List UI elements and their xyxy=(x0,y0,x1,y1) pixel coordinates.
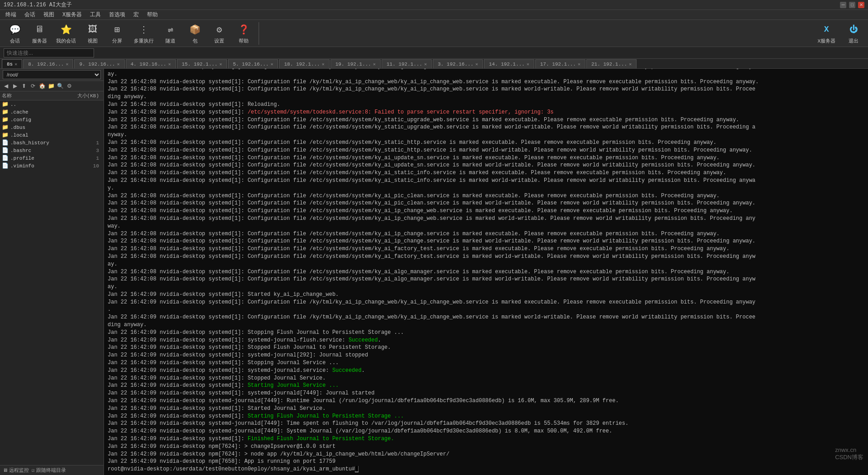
tab-0[interactable]: 8s✕ xyxy=(2,59,22,68)
nav-home-button[interactable]: 🏠 xyxy=(38,82,46,90)
tab-close-10[interactable]: ✕ xyxy=(527,62,529,67)
tab-7[interactable]: 19. 192.1...✕ xyxy=(330,59,381,68)
term-line-25: Jan 22 16:42:08 nvidia-desktop systemd[1… xyxy=(108,215,864,223)
toolbar-item-服务器[interactable]: 🖥服务器 xyxy=(28,20,51,46)
file-name-4: .local xyxy=(10,133,73,138)
toolbar-right-label-退出: 退出 xyxy=(849,38,859,44)
close-button[interactable]: ✕ xyxy=(858,2,864,8)
menu-item-宏[interactable]: 宏 xyxy=(130,10,142,19)
file-item-8[interactable]: 📄.viminfo10 xyxy=(0,162,104,170)
term-line-11: Jan 22 16:42:08 nvidia-desktop systemd[1… xyxy=(108,109,864,116)
minimize-button[interactable]: ─ xyxy=(840,2,846,8)
follow-terminal-button[interactable]: ☑ 跟随终端目录 xyxy=(32,467,66,474)
toolbar-item-多重执行[interactable]: ⋮多重执行 xyxy=(130,20,157,46)
toolbar-right-退出[interactable]: ⏻退出 xyxy=(843,20,864,46)
toolbar-item-帮助[interactable]: ❓帮助 xyxy=(232,20,255,46)
tab-5[interactable]: 5. 192.16...✕ xyxy=(228,59,278,68)
tab-close-0[interactable]: ✕ xyxy=(14,62,17,67)
tab-10[interactable]: 14. 192.1...✕ xyxy=(484,59,534,68)
tab-9[interactable]: 3. 192.16...✕ xyxy=(433,59,483,68)
tab-close-4[interactable]: ✕ xyxy=(219,62,222,67)
tab-close-12[interactable]: ✕ xyxy=(629,62,632,67)
file-icon-0: 📁 xyxy=(2,101,9,108)
main-layout: /root/ ◀ ▶ ⬆ ⟳ 🏠 📁 🔍 ⚙ 名称 大小(KB) 📁..📁.ca… xyxy=(0,69,868,475)
toolbar-label-视图: 视图 xyxy=(88,38,98,44)
toolbar-item-分屏[interactable]: ⊞分屏 xyxy=(106,20,128,46)
file-item-5[interactable]: 📄.bash_history1 xyxy=(0,139,104,147)
file-name-5: .bash_history xyxy=(10,140,73,146)
file-name-7: .profile xyxy=(10,156,73,161)
remote-monitor-button[interactable]: 🖥 远程监控 xyxy=(3,467,29,474)
toolbar-item-会话[interactable]: 💬会话 xyxy=(4,20,26,46)
tab-label-12: 21. 192.1... xyxy=(591,62,627,67)
term-line-8: Jan 22 16:42:08 nvidia-desktop systemd[1… xyxy=(108,86,864,93)
tab-close-9[interactable]: ✕ xyxy=(475,62,478,67)
path-select[interactable]: /root/ xyxy=(3,70,101,79)
tab-label-2: 9. 192.16... xyxy=(79,62,115,67)
nav-forward-button[interactable]: ▶ xyxy=(11,82,19,90)
tab-1[interactable]: 8. 192.16...✕ xyxy=(23,59,73,68)
tab-3[interactable]: 4. 192.16...✕ xyxy=(126,59,176,68)
nav-folder-button[interactable]: 📁 xyxy=(47,82,55,90)
menu-item-会话[interactable]: 会话 xyxy=(21,10,39,19)
title-bar: 192.168.1.216 AI大盒子 ─ □ ✕ xyxy=(0,0,868,10)
tab-close-2[interactable]: ✕ xyxy=(117,62,120,67)
menu-item-首选项[interactable]: 首选项 xyxy=(105,10,129,19)
file-item-7[interactable]: 📄.profile1 xyxy=(0,154,104,162)
tab-close-7[interactable]: ✕ xyxy=(373,62,376,67)
toolbar-label-隧道: 隧道 xyxy=(165,38,175,44)
file-name-8: .viminfo xyxy=(10,163,73,169)
nav-up-button[interactable]: ⬆ xyxy=(20,82,28,90)
menu-item-视图[interactable]: 视图 xyxy=(40,10,58,19)
term-line-28: Jan 22 16:42:08 nvidia-desktop systemd[1… xyxy=(108,238,864,245)
file-item-3[interactable]: 📁.dbus xyxy=(0,124,104,131)
menu-item-X服务器[interactable]: X服务器 xyxy=(59,10,85,19)
nav-settings-button[interactable]: ⚙ xyxy=(65,82,73,90)
term-line-14: nyway. xyxy=(108,131,864,139)
toolbar-item-视图[interactable]: 🖼视图 xyxy=(81,20,104,46)
file-item-4[interactable]: 📁.local xyxy=(0,131,104,139)
tab-close-5[interactable]: ✕ xyxy=(270,62,273,67)
tab-6[interactable]: 18. 192.1...✕ xyxy=(279,59,329,68)
nav-back-button[interactable]: ◀ xyxy=(2,82,10,90)
tab-bar: 8s✕8. 192.16...✕9. 192.16...✕4. 192.16..… xyxy=(0,59,868,69)
tab-close-6[interactable]: ✕ xyxy=(322,62,325,67)
file-item-2[interactable]: 📁.config xyxy=(0,116,104,124)
menu-item-帮助[interactable]: 帮助 xyxy=(143,10,161,19)
toolbar-item-隧道[interactable]: ⇌隧道 xyxy=(159,20,182,46)
maximize-button[interactable]: □ xyxy=(849,2,855,8)
toolbar-label-多重执行: 多重执行 xyxy=(134,38,154,44)
menu-item-终端[interactable]: 终端 xyxy=(2,10,20,19)
toolbar-label-分屏: 分屏 xyxy=(112,38,122,44)
tab-2[interactable]: 9. 192.16...✕ xyxy=(74,59,124,68)
file-item-0[interactable]: 📁.. xyxy=(0,100,104,108)
terminal-content[interactable]: Jan 22 16:42:08 nvidia-desktop systemd[1… xyxy=(104,69,868,475)
toolbar-item-包[interactable]: 📦包 xyxy=(184,20,206,46)
tab-11[interactable]: 17. 192.1...✕ xyxy=(535,59,585,68)
remote-monitor-label: 远程监控 xyxy=(9,467,29,474)
file-size-5: 1 xyxy=(75,140,102,146)
term-line-26: way. xyxy=(108,223,864,230)
term-line-58: root@nvidia-desktop:/userdata/test0nebut… xyxy=(108,466,864,473)
toolbar-item-设置[interactable]: ⚙设置 xyxy=(208,20,231,46)
tab-close-3[interactable]: ✕ xyxy=(168,62,171,67)
term-line-17: Jan 22 16:42:08 nvidia-desktop systemd[1… xyxy=(108,154,864,162)
tab-label-6: 18. 192.1... xyxy=(284,62,320,67)
tab-4[interactable]: 15. 192.1...✕ xyxy=(177,59,227,68)
quick-connect-input[interactable] xyxy=(4,48,94,57)
toolbar-right-X服务器[interactable]: XX服务器 xyxy=(814,20,839,46)
tab-close-1[interactable]: ✕ xyxy=(66,62,68,67)
toolbar-item-我的会话[interactable]: ⭐我的会话 xyxy=(52,20,80,46)
nav-refresh-button[interactable]: ⟳ xyxy=(29,82,37,90)
file-name-1: .cache xyxy=(10,109,73,115)
file-item-1[interactable]: 📁.cache xyxy=(0,108,104,116)
term-line-53: Jan 22 16:42:09 nvidia-desktop systemd-j… xyxy=(108,428,864,435)
tab-close-11[interactable]: ✕ xyxy=(578,62,580,67)
tab-close-8[interactable]: ✕ xyxy=(424,62,427,67)
watermark: znwx.cn CSDN博客 xyxy=(835,446,863,461)
tab-12[interactable]: 21. 192.1...✕ xyxy=(586,59,637,68)
file-item-6[interactable]: 📄.bashrc3 xyxy=(0,147,104,154)
tab-8[interactable]: 11. 192.1...✕ xyxy=(382,59,432,68)
menu-item-工具[interactable]: 工具 xyxy=(86,10,104,19)
nav-search-button[interactable]: 🔍 xyxy=(56,82,64,90)
